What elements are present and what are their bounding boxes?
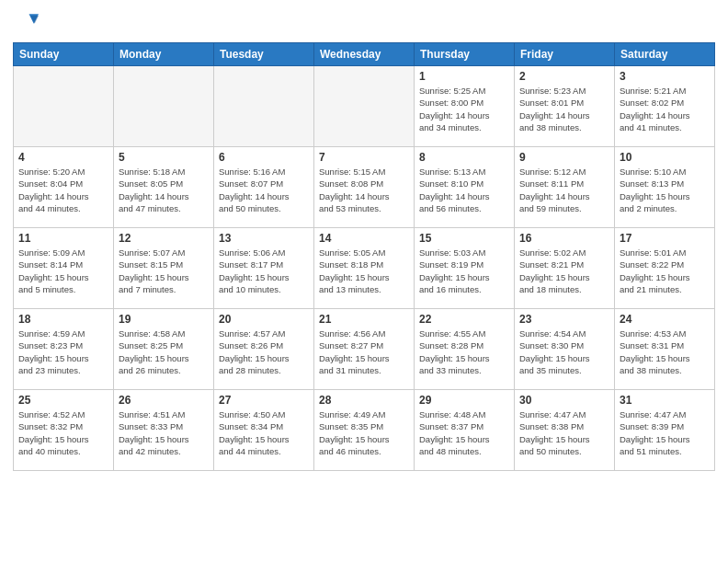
day-cell: 21Sunrise: 4:56 AM Sunset: 8:27 PM Dayli… [314,309,415,390]
day-cell: 25Sunrise: 4:52 AM Sunset: 8:32 PM Dayli… [14,390,114,471]
day-cell [314,66,415,147]
day-number: 26 [119,394,209,407]
day-number: 14 [319,232,409,245]
week-row-4: 18Sunrise: 4:59 AM Sunset: 8:23 PM Dayli… [14,309,715,390]
page: SundayMondayTuesdayWednesdayThursdayFrid… [0,0,728,563]
day-number: 6 [219,151,309,164]
week-row-3: 11Sunrise: 5:09 AM Sunset: 8:14 PM Dayli… [14,228,715,309]
day-info: Sunrise: 4:52 AM Sunset: 8:32 PM Dayligh… [18,408,108,457]
day-cell: 17Sunrise: 5:01 AM Sunset: 8:22 PM Dayli… [615,228,715,309]
day-info: Sunrise: 5:25 AM Sunset: 8:00 PM Dayligh… [419,85,509,133]
day-number: 23 [519,313,609,326]
header [13,9,715,35]
day-cell: 19Sunrise: 4:58 AM Sunset: 8:25 PM Dayli… [114,309,214,390]
day-info: Sunrise: 5:10 AM Sunset: 8:13 PM Dayligh… [620,166,710,214]
day-number: 20 [219,313,309,326]
day-cell: 11Sunrise: 5:09 AM Sunset: 8:14 PM Dayli… [14,228,114,309]
day-info: Sunrise: 5:12 AM Sunset: 8:11 PM Dayligh… [519,166,609,214]
day-info: Sunrise: 5:02 AM Sunset: 8:21 PM Dayligh… [519,247,609,295]
day-info: Sunrise: 5:20 AM Sunset: 8:04 PM Dayligh… [18,166,108,214]
day-cell: 7Sunrise: 5:15 AM Sunset: 8:08 PM Daylig… [314,147,415,228]
day-info: Sunrise: 4:49 AM Sunset: 8:35 PM Dayligh… [319,408,409,457]
day-cell: 28Sunrise: 4:49 AM Sunset: 8:35 PM Dayli… [314,390,415,471]
day-info: Sunrise: 5:23 AM Sunset: 8:01 PM Dayligh… [519,85,609,133]
day-number: 19 [119,313,209,326]
day-info: Sunrise: 4:53 AM Sunset: 8:31 PM Dayligh… [620,327,710,376]
day-cell: 24Sunrise: 4:53 AM Sunset: 8:31 PM Dayli… [615,309,715,390]
day-info: Sunrise: 5:16 AM Sunset: 8:07 PM Dayligh… [219,166,309,214]
day-number: 12 [119,232,209,245]
day-number: 21 [319,313,409,326]
day-number: 4 [18,151,108,164]
day-cell: 9Sunrise: 5:12 AM Sunset: 8:11 PM Daylig… [515,147,615,228]
day-info: Sunrise: 5:15 AM Sunset: 8:08 PM Dayligh… [319,166,409,214]
day-cell: 22Sunrise: 4:55 AM Sunset: 8:28 PM Dayli… [415,309,515,390]
day-cell: 23Sunrise: 4:54 AM Sunset: 8:30 PM Dayli… [515,309,615,390]
day-info: Sunrise: 5:06 AM Sunset: 8:17 PM Dayligh… [219,247,309,295]
day-cell: 27Sunrise: 4:50 AM Sunset: 8:34 PM Dayli… [214,390,314,471]
day-number: 22 [419,313,509,326]
day-info: Sunrise: 5:18 AM Sunset: 8:05 PM Dayligh… [119,166,209,214]
week-row-2: 4Sunrise: 5:20 AM Sunset: 8:04 PM Daylig… [14,147,715,228]
day-cell: 16Sunrise: 5:02 AM Sunset: 8:21 PM Dayli… [515,228,615,309]
day-cell: 10Sunrise: 5:10 AM Sunset: 8:13 PM Dayli… [615,147,715,228]
weekday-header-sunday: Sunday [14,43,114,66]
day-cell: 14Sunrise: 5:05 AM Sunset: 8:18 PM Dayli… [314,228,415,309]
day-info: Sunrise: 4:55 AM Sunset: 8:28 PM Dayligh… [419,327,509,376]
day-number: 17 [620,232,710,245]
day-cell: 18Sunrise: 4:59 AM Sunset: 8:23 PM Dayli… [14,309,114,390]
day-cell: 5Sunrise: 5:18 AM Sunset: 8:05 PM Daylig… [114,147,214,228]
day-number: 30 [519,394,609,407]
day-info: Sunrise: 4:50 AM Sunset: 8:34 PM Dayligh… [219,408,309,457]
day-info: Sunrise: 5:13 AM Sunset: 8:10 PM Dayligh… [419,166,509,214]
day-cell: 12Sunrise: 5:07 AM Sunset: 8:15 PM Dayli… [114,228,214,309]
day-number: 11 [18,232,108,245]
day-cell: 20Sunrise: 4:57 AM Sunset: 8:26 PM Dayli… [214,309,314,390]
day-cell: 29Sunrise: 4:48 AM Sunset: 8:37 PM Dayli… [415,390,515,471]
day-number: 1 [419,70,509,83]
calendar-table: SundayMondayTuesdayWednesdayThursdayFrid… [13,42,715,471]
day-number: 25 [18,394,108,407]
weekday-header-monday: Monday [114,43,214,66]
day-number: 18 [18,313,108,326]
day-info: Sunrise: 5:21 AM Sunset: 8:02 PM Dayligh… [620,85,710,133]
day-info: Sunrise: 5:05 AM Sunset: 8:18 PM Dayligh… [319,247,409,295]
logo-icon [13,9,39,35]
day-info: Sunrise: 4:54 AM Sunset: 8:30 PM Dayligh… [519,327,609,376]
day-cell: 8Sunrise: 5:13 AM Sunset: 8:10 PM Daylig… [415,147,515,228]
day-cell [114,66,214,147]
day-info: Sunrise: 5:01 AM Sunset: 8:22 PM Dayligh… [620,247,710,295]
day-cell: 13Sunrise: 5:06 AM Sunset: 8:17 PM Dayli… [214,228,314,309]
day-cell: 6Sunrise: 5:16 AM Sunset: 8:07 PM Daylig… [214,147,314,228]
day-cell: 30Sunrise: 4:47 AM Sunset: 8:38 PM Dayli… [515,390,615,471]
day-cell: 4Sunrise: 5:20 AM Sunset: 8:04 PM Daylig… [14,147,114,228]
day-info: Sunrise: 4:48 AM Sunset: 8:37 PM Dayligh… [419,408,509,457]
week-row-5: 25Sunrise: 4:52 AM Sunset: 8:32 PM Dayli… [14,390,715,471]
day-number: 24 [620,313,710,326]
day-number: 3 [620,70,710,83]
day-info: Sunrise: 5:09 AM Sunset: 8:14 PM Dayligh… [18,247,108,295]
day-number: 10 [620,151,710,164]
day-number: 8 [419,151,509,164]
day-info: Sunrise: 4:56 AM Sunset: 8:27 PM Dayligh… [319,327,409,376]
day-number: 5 [119,151,209,164]
day-info: Sunrise: 5:07 AM Sunset: 8:15 PM Dayligh… [119,247,209,295]
day-number: 13 [219,232,309,245]
weekday-header-saturday: Saturday [615,43,715,66]
day-number: 15 [419,232,509,245]
day-info: Sunrise: 4:47 AM Sunset: 8:38 PM Dayligh… [519,408,609,457]
day-info: Sunrise: 4:57 AM Sunset: 8:26 PM Dayligh… [219,327,309,376]
day-number: 9 [519,151,609,164]
weekday-header-tuesday: Tuesday [214,43,314,66]
weekday-header-thursday: Thursday [415,43,515,66]
weekday-header-row: SundayMondayTuesdayWednesdayThursdayFrid… [14,43,715,66]
day-number: 7 [319,151,409,164]
day-info: Sunrise: 4:59 AM Sunset: 8:23 PM Dayligh… [18,327,108,376]
day-number: 16 [519,232,609,245]
day-number: 31 [620,394,710,407]
day-number: 2 [519,70,609,83]
day-cell: 3Sunrise: 5:21 AM Sunset: 8:02 PM Daylig… [615,66,715,147]
day-info: Sunrise: 5:03 AM Sunset: 8:19 PM Dayligh… [419,247,509,295]
day-cell: 2Sunrise: 5:23 AM Sunset: 8:01 PM Daylig… [515,66,615,147]
day-info: Sunrise: 4:58 AM Sunset: 8:25 PM Dayligh… [119,327,209,376]
